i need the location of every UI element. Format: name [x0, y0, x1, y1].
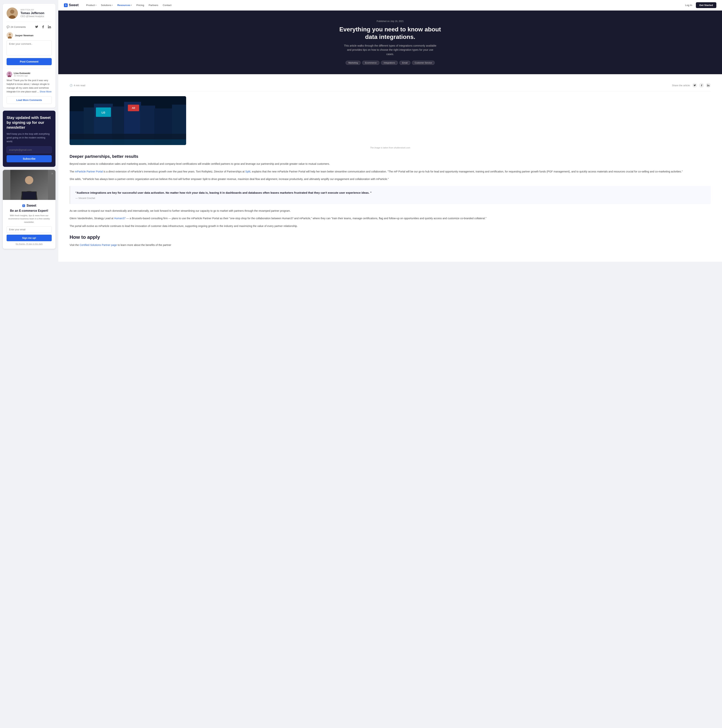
split-link[interactable]: Split	[245, 170, 250, 173]
blockquote-text: "Audience integrations are key for succe…	[75, 191, 705, 195]
popup-sign-button[interactable]: Sign me up!	[6, 235, 52, 241]
mparticle-partner-portal-link[interactable]: mParticle Partner Portal	[75, 170, 103, 173]
nav-pricing[interactable]: Pricing	[135, 3, 146, 8]
svg-text:S: S	[65, 4, 67, 6]
article-para-6: The portal will evolve as mParticle cont…	[70, 224, 711, 228]
author-avatar	[6, 8, 18, 19]
article-subtitle: This article walks through the different…	[343, 44, 437, 56]
subscribe-button[interactable]: Subscribe	[6, 155, 52, 162]
article-image: LG AD	[70, 96, 186, 145]
image-caption: The image is taken from shutterstock.com	[70, 147, 711, 149]
tags-container: Marketing Ecommerce Integrations Email C…	[70, 61, 711, 65]
share-linkedin-icon[interactable]	[706, 83, 711, 88]
article-body: 🕐 4 min read Share the article:	[58, 74, 722, 262]
product-chevron-icon: ▾	[95, 4, 97, 6]
popup-description: With fresh insights, tips & news from ou…	[6, 214, 52, 224]
load-more-comments-button[interactable]: Load More Comments	[6, 96, 52, 104]
blockquote: "Audience integrations are key for succe…	[70, 186, 711, 204]
navbar: S Sweet Product ▾ Solutions ▾ Resources …	[58, 0, 722, 11]
popup-logo: S Sweet	[6, 203, 52, 208]
nav-links: Product ▾ Solutions ▾ Resources ▾ Pricin…	[84, 3, 683, 8]
tag-marketing: Marketing	[346, 61, 361, 65]
comment-time: 32 minutes ago	[14, 75, 30, 77]
author-card: WRITTEN BY Tomas Jefferson CEO @Sweet An…	[3, 4, 55, 108]
main-content: S Sweet Product ▾ Solutions ▾ Resources …	[58, 0, 722, 728]
newsletter-email-input[interactable]	[6, 146, 52, 153]
article-hero: Published on July 16, 2021 Everything yo…	[58, 11, 722, 74]
nav-product[interactable]: Product ▾	[84, 3, 98, 8]
svg-point-4	[9, 34, 11, 36]
login-button[interactable]: Log In	[683, 3, 694, 8]
popup-close-button[interactable]: ×	[51, 172, 53, 176]
newsletter-description: We'll keep you in the loop with everythi…	[6, 132, 52, 143]
svg-point-7	[8, 72, 11, 75]
article-meta-bar: 🕐 4 min read Share the article:	[70, 80, 711, 92]
article-title: Everything you need to know about data i…	[334, 26, 446, 41]
facebook-icon[interactable]	[41, 24, 45, 29]
social-bar: 💬 24 Comments	[6, 22, 52, 29]
commenter-name: Jasper Newman	[15, 34, 34, 37]
newsletter-card: Stay updated with Sweet by signing up fo…	[3, 111, 55, 167]
author-info: WRITTEN BY Tomas Jefferson CEO @Sweet An…	[20, 9, 44, 17]
author-name: Tomas Jefferson	[20, 11, 44, 15]
author-header: WRITTEN BY Tomas Jefferson CEO @Sweet An…	[6, 8, 52, 19]
svg-text:S: S	[23, 205, 25, 207]
post-comment-button[interactable]: Post Comment	[6, 58, 52, 65]
nav-solutions[interactable]: Solutions ▾	[99, 3, 115, 8]
popup-dismiss-link[interactable]: No thanks, I'll stay in the dark	[6, 243, 52, 245]
share-bar: Share the article:	[672, 83, 711, 88]
commenter-avatar	[6, 32, 13, 38]
comment-item: Lisa Gutowski 32 minutes ago Wow! Thank …	[6, 68, 52, 93]
article-para-5: Glenn Vanderlinden, Strategy Lead at Hum…	[70, 216, 711, 221]
share-facebook-icon[interactable]	[699, 83, 704, 88]
human37-link[interactable]: Human37	[114, 217, 126, 220]
share-twitter-icon[interactable]	[692, 83, 697, 88]
blockquote-author: — Vincent Crochet	[75, 197, 705, 199]
nav-logo[interactable]: S Sweet	[64, 3, 78, 7]
popup-title: Be an E-commerce Expert!	[6, 209, 52, 213]
popup-email-input[interactable]	[6, 226, 52, 233]
twitter-icon[interactable]	[34, 24, 39, 29]
show-more-link[interactable]: Show More	[40, 90, 52, 93]
article-para-4: As we continue to expand our reach domes…	[70, 208, 711, 213]
svg-point-1	[10, 9, 14, 14]
section1-title: Deeper partnerships, better results	[70, 154, 711, 159]
clock-icon: 🕐	[70, 84, 72, 87]
comment-input-section: Jasper Newman Post Comment	[6, 32, 52, 65]
nav-partners[interactable]: Partners	[147, 3, 160, 8]
tag-integrations: Integrations	[381, 61, 398, 65]
popup-person-image	[3, 170, 55, 200]
nav-resources[interactable]: Resources ▾	[115, 3, 134, 8]
resources-chevron-icon: ▾	[131, 4, 132, 6]
nav-actions: Log In Get Started	[683, 2, 716, 8]
article-para-3: She adds, "mParticle has always been a p…	[70, 177, 711, 182]
chat-icon: 💬	[6, 26, 9, 28]
nav-logo-text: Sweet	[69, 3, 78, 7]
author-title: CEO @Sweet Analytics	[20, 15, 44, 18]
read-time: 🕐 4 min read	[70, 84, 85, 87]
comment-details: Lisa Gutowski 32 minutes ago	[14, 72, 30, 77]
social-icons	[34, 24, 52, 29]
tag-ecommerce: Ecommerce	[362, 61, 379, 65]
published-date: Published on July 16, 2021	[70, 20, 711, 23]
comment-textarea[interactable]	[6, 40, 52, 55]
newsletter-title: Stay updated with Sweet by signing up fo…	[6, 115, 52, 130]
commenter-row: Jasper Newman	[6, 32, 52, 38]
comment-meta: Lisa Gutowski 32 minutes ago	[6, 71, 52, 77]
svg-rect-33	[70, 139, 186, 145]
svg-text:LG: LG	[101, 111, 105, 114]
tag-customer-service: Customer Service	[412, 61, 435, 65]
certified-solutions-link[interactable]: Certified Solutions Partner page	[80, 243, 117, 246]
nav-contact[interactable]: Contact	[161, 3, 173, 8]
svg-rect-13	[22, 192, 36, 199]
tag-email: Email	[399, 61, 411, 65]
solutions-chevron-icon: ▾	[112, 4, 113, 6]
svg-point-11	[25, 176, 33, 184]
article-image-wrapper: LG AD The image is taken from shuttersto…	[70, 96, 711, 149]
article-para-7: Visit the Certified Solutions Partner pa…	[70, 243, 711, 248]
linkedin-icon[interactable]	[47, 24, 52, 29]
svg-text:AD: AD	[132, 107, 135, 109]
get-started-button[interactable]: Get Started	[696, 2, 716, 8]
section2-title: How to apply	[70, 234, 711, 240]
article-para-2: The mParticle Partner Portal is a direct…	[70, 169, 711, 174]
